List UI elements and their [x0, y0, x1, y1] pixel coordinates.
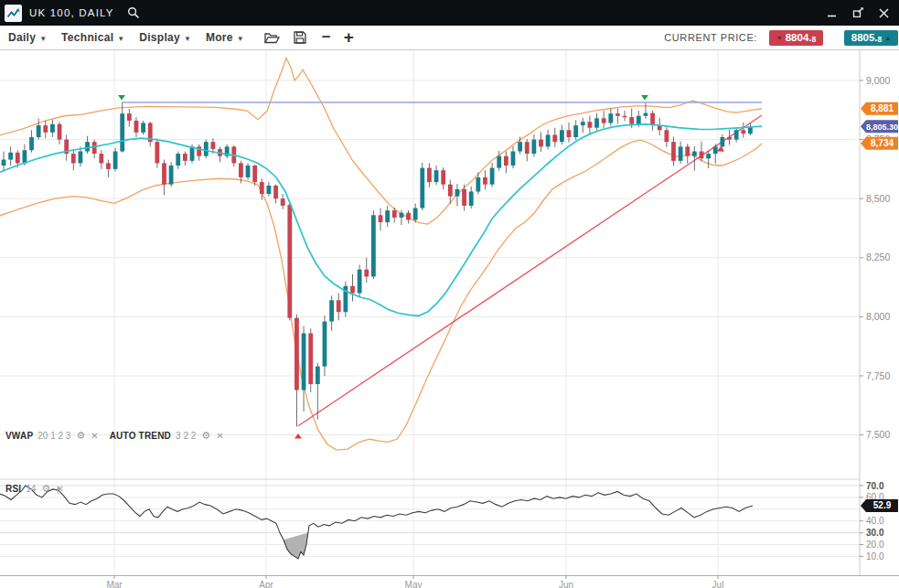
menu-more[interactable]: More ▼ [206, 31, 244, 44]
candle-body [71, 154, 76, 163]
candle-body [371, 215, 376, 276]
price-badge-text: 8,805.30 [866, 123, 898, 132]
rsi-params: 14 [26, 484, 36, 494]
sell-price-decimal: 8 [811, 35, 816, 44]
candle-body [664, 130, 669, 142]
candle-body [329, 300, 334, 321]
candle-body [602, 118, 606, 123]
candle-body [427, 168, 432, 183]
candle-body [518, 142, 522, 151]
zoom-in-button[interactable]: + [344, 27, 354, 48]
vwap-params: 20 1 2 3 [37, 431, 70, 441]
buy-price-button[interactable]: 8805. 8 ▲ [844, 30, 898, 46]
restore-button[interactable] [848, 4, 868, 22]
candle-body [504, 156, 508, 166]
candle-body [246, 166, 251, 177]
price-tick-label: 8,250 [866, 251, 890, 262]
current-price-label: CURRENT PRICE: [664, 32, 757, 43]
candle-body [79, 152, 83, 164]
window-title: UK 100, DAILY [29, 7, 114, 18]
candle-body [287, 205, 292, 318]
candle-body [211, 142, 216, 149]
candle-body [546, 134, 551, 146]
candle-body [141, 123, 145, 133]
rsi-oversold-fill [284, 533, 308, 559]
candle-body [400, 213, 404, 218]
save-icon[interactable] [294, 31, 306, 44]
minimize-button[interactable] [822, 4, 842, 22]
candle-body [706, 154, 711, 158]
candle-body [531, 140, 536, 155]
candle-body [50, 124, 55, 133]
chart-canvas[interactable]: 9,0008,7508,5008,2508,0007,7507,50070.06… [0, 50, 899, 588]
price-tick-label: 9,000 [866, 75, 890, 86]
candle-body [2, 160, 6, 166]
menu-daily-label: Daily [8, 31, 36, 44]
sell-signal-marker [118, 95, 125, 101]
candle-body [594, 118, 599, 127]
candle-body [727, 137, 732, 140]
candle-body [337, 300, 341, 312]
menu-technical[interactable]: Technical ▼ [61, 31, 124, 44]
candle-body [720, 137, 724, 146]
sell-price-value: 8804. [786, 32, 812, 43]
candle-body [260, 182, 264, 194]
candle-body [573, 125, 578, 137]
buy-signal-marker [294, 433, 302, 439]
menu-display[interactable]: Display ▼ [139, 31, 191, 44]
rsi-tick-label: 70.0 [866, 481, 884, 491]
up-arrow-tool-icon[interactable]: ↑ [55, 483, 61, 497]
zoom-out-button[interactable]: − [322, 28, 331, 47]
gear-icon[interactable]: ⚙ [201, 431, 210, 441]
rsi-value-badge-text: 52.9 [873, 500, 892, 510]
chevron-down-icon: ▼ [184, 33, 191, 43]
month-label: Jun [559, 580, 573, 588]
open-folder-icon[interactable] [264, 32, 280, 44]
sell-price-button[interactable]: ▼ 8804. 8 [769, 30, 823, 46]
candle-body [685, 146, 690, 155]
title-bar: UK 100, DAILY [0, 0, 899, 26]
candle-body [629, 117, 634, 124]
candle-body [441, 170, 445, 185]
price-chart-svg: 9,0008,7508,5008,2508,0007,7507,50070.06… [0, 50, 899, 588]
candle-body [99, 154, 103, 163]
candle-body [497, 156, 501, 168]
close-icon[interactable]: ✕ [216, 432, 223, 441]
toolbar: Daily ▼ Technical ▼ Display ▼ More ▼ − +… [0, 26, 899, 50]
candle-body [552, 134, 557, 142]
buy-price-value: 8805. [851, 32, 878, 43]
candle-body [511, 152, 516, 166]
auto-trend-params: 3 2 2 [176, 431, 196, 441]
candle-body [671, 142, 676, 161]
vwap-name: VWAP [5, 431, 33, 441]
gear-icon[interactable]: ⚙ [76, 431, 85, 441]
candle-body [567, 130, 572, 137]
chevron-down-icon: ▼ [39, 33, 47, 43]
close-window-icon[interactable] [873, 4, 894, 22]
candle-body [323, 322, 327, 367]
month-label: Mar [106, 580, 123, 588]
candle-body [637, 116, 641, 124]
gear-icon[interactable]: ⚙ [41, 484, 50, 494]
candle-body [455, 189, 460, 197]
search-icon[interactable] [127, 6, 140, 19]
rsi-name: RSI [5, 484, 21, 494]
close-icon[interactable]: ✕ [91, 432, 98, 441]
candle-body [588, 122, 593, 127]
month-label: May [405, 580, 423, 588]
menu-daily[interactable]: Daily ▼ [8, 31, 47, 44]
menu-display-label: Display [139, 31, 180, 44]
menu-technical-label: Technical [61, 31, 113, 44]
candle-body [176, 154, 180, 166]
candle-body [413, 208, 418, 220]
candle-body [608, 113, 613, 123]
candle-body [448, 185, 453, 197]
candle-body [22, 150, 27, 163]
candle-body [302, 333, 306, 390]
candle-body [281, 198, 285, 206]
candle-body [615, 113, 620, 116]
down-arrow-icon: ▼ [776, 35, 783, 41]
candle-body [37, 125, 41, 137]
candle-body [113, 152, 118, 169]
candle-body [43, 125, 48, 133]
